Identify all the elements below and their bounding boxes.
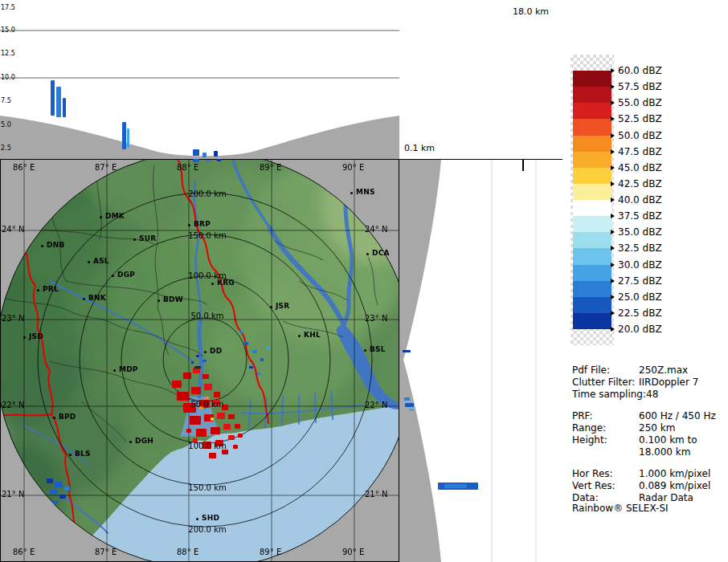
echo-cell	[56, 87, 61, 117]
legend-tick-label: 27.5 dBZ	[618, 275, 662, 287]
echo-cell	[51, 80, 55, 116]
legend-arrow-icon	[611, 263, 615, 267]
legend-tick: 50.0 dBZ	[611, 131, 662, 140]
echo-cell	[63, 98, 66, 117]
metadata-row: Height:0.100 km to	[572, 434, 726, 446]
legend-tick-label: 30.0 dBZ	[618, 259, 662, 271]
legend-arrow-icon	[611, 214, 615, 218]
echo-cell	[404, 397, 410, 401]
legend-arrow-icon	[611, 311, 615, 316]
legend-tick-label: 50.0 dBZ	[618, 130, 662, 141]
radar-map: 86° E86° E87° E87° E88° E88° E89° E89° E…	[0, 159, 399, 562]
legend-band	[573, 281, 611, 297]
legend-tick-label: 55.0 dBZ	[618, 97, 662, 108]
legend-tick: 52.5 dBZ	[611, 114, 662, 124]
metadata-row: Range:250 km	[572, 422, 726, 434]
legend-arrow-icon	[611, 181, 615, 186]
legend-tick-label: 42.5 dBZ	[618, 178, 662, 189]
legend-tick-label: 47.5 dBZ	[618, 146, 662, 157]
legend-tick-label: 25.0 dBZ	[618, 291, 662, 303]
legend-arrow-icon	[611, 246, 615, 250]
legend-tick-label: 37.5 dBZ	[618, 210, 662, 222]
legend-band	[573, 119, 611, 135]
top-panel-nodata-region	[0, 116, 399, 159]
product-metadata: Pdf File:250Z.maxClutter Filter:IIRDoppl…	[572, 364, 726, 504]
echo-cell	[202, 153, 207, 157]
legend-tick: 22.5 dBZ	[611, 308, 662, 318]
legend-tick: 30.0 dBZ	[611, 260, 662, 270]
legend-tick: 47.5 dBZ	[611, 147, 662, 157]
height-axis-min-label: 0.1 km	[404, 143, 435, 153]
side-echo-layer	[399, 160, 562, 562]
legend-tick: 35.0 dBZ	[611, 227, 662, 237]
legend-tick-label: 40.0 dBZ	[618, 194, 662, 206]
legend-band	[573, 168, 611, 184]
legend-tick: 37.5 dBZ	[611, 211, 662, 221]
legend-band	[573, 136, 611, 152]
legend-arrow-icon	[611, 327, 615, 332]
legend-arrow-icon	[611, 116, 615, 121]
legend-band	[573, 313, 611, 329]
legend-tick: 27.5 dBZ	[611, 276, 662, 286]
radar-display-window: 17.515.012.510.07.55.02.5 18.0 km 0.1 km	[0, 0, 728, 562]
height-axis-max-label: 18.0 km	[513, 6, 549, 17]
metadata-row: Pdf File:250Z.max	[572, 364, 726, 377]
legend-band	[573, 103, 611, 119]
metadata-row: 18.000 km	[572, 446, 726, 458]
echo-cell	[409, 409, 414, 411]
echo-cell	[127, 128, 129, 148]
legend-arrow-icon	[611, 149, 615, 154]
legend-band	[573, 184, 611, 200]
height-axis-tick: 17.5	[1, 5, 15, 11]
legend-tick-label: 35.0 dBZ	[618, 226, 662, 238]
legend-tick: 57.5 dBZ	[611, 82, 662, 92]
legend-tick-label: 52.5 dBZ	[618, 113, 662, 124]
legend-arrow-icon	[611, 279, 615, 283]
height-axis-tick: 10.0	[1, 75, 15, 81]
axis-corner-panel: 18.0 km 0.1 km	[399, 0, 562, 159]
legend-band	[573, 200, 611, 216]
color-scale-legend	[571, 55, 614, 345]
legend-tick: 45.0 dBZ	[611, 163, 662, 173]
legend-tick-label: 20.0 dBZ	[618, 324, 662, 335]
legend-tick-label: 22.5 dBZ	[618, 307, 662, 319]
metadata-row: Hor Res:1.000 km/pixel	[572, 468, 726, 480]
metadata-row: Time sampling:48	[572, 389, 726, 401]
legend-arrow-icon	[611, 68, 615, 73]
legend-tick-label: 60.0 dBZ	[618, 65, 662, 76]
legend-arrow-icon	[611, 295, 615, 299]
legend-tick-label: 57.5 dBZ	[618, 81, 662, 92]
legend-band	[573, 265, 611, 281]
map-graphic	[0, 159, 399, 562]
legend-arrow-icon	[611, 198, 615, 202]
legend-tick: 20.0 dBZ	[611, 324, 662, 334]
echo-cell	[444, 484, 467, 488]
vertical-projection-top-panel: 17.515.012.510.07.55.02.5	[0, 0, 399, 159]
legend-tick: 25.0 dBZ	[611, 292, 662, 302]
height-axis-tick: 7.5	[1, 98, 11, 104]
echo-cell	[193, 149, 199, 156]
legend-arrow-icon	[611, 230, 615, 234]
metadata-row: Clutter Filter:IIRDoppler 7	[572, 377, 726, 389]
legend-tick-label: 45.0 dBZ	[618, 162, 662, 173]
legend-arrow-icon	[611, 165, 615, 170]
legend-band	[573, 232, 611, 248]
metadata-row: Vert Res:0.089 km/pixel	[572, 480, 726, 492]
metadata-row: PRF:600 Hz / 450 Hz	[572, 410, 726, 422]
legend-band	[573, 216, 611, 232]
height-axis-tick: 5.0	[1, 122, 11, 128]
legend-arrow-icon	[611, 133, 615, 138]
legend-band	[573, 152, 611, 168]
legend-arrow-icon	[611, 84, 615, 89]
software-brand: Rainbow® SELEX-SI	[572, 503, 669, 514]
height-axis-tick: 2.5	[1, 145, 11, 152]
legend-tick: 60.0 dBZ	[611, 66, 662, 75]
echo-cell	[403, 350, 411, 352]
height-axis-tick: 12.5	[1, 51, 15, 57]
legend-color-bands	[573, 71, 611, 329]
top-panel-graphic	[0, 0, 399, 159]
legend-arrow-icon	[611, 100, 615, 105]
echo-cell	[214, 151, 218, 157]
height-axis-tick: 15.0	[1, 27, 15, 34]
legend-band	[573, 248, 611, 264]
